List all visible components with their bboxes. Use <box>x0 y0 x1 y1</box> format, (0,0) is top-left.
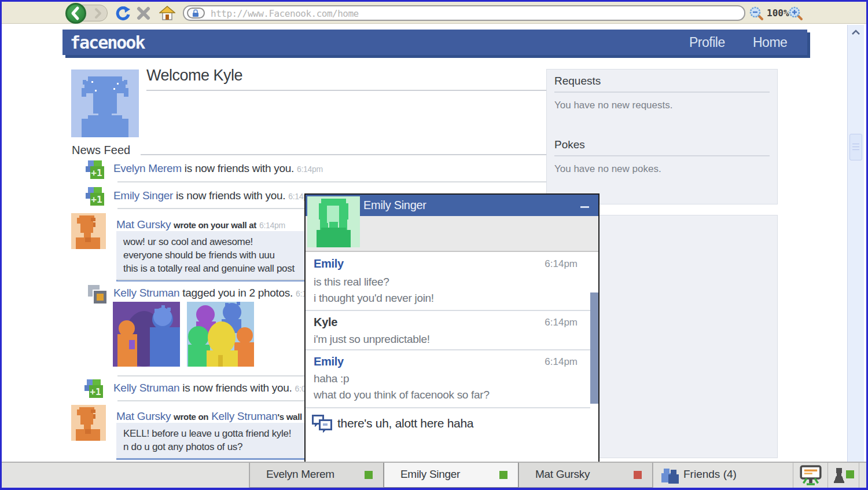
lock-chip <box>187 8 205 19</box>
chat-bubbles-icon <box>311 414 333 433</box>
svg-text:+1: +1 <box>91 167 102 178</box>
whiteboard-monitor-icon <box>799 465 823 487</box>
online-status-dot <box>365 471 373 479</box>
chevron-left-icon <box>67 5 84 22</box>
requests-title: Requests <box>554 75 601 87</box>
message-time: 6:14pm <box>545 356 578 368</box>
message-sender: Emily <box>314 257 344 270</box>
divider <box>141 154 551 155</box>
chat-tab-evelyn[interactable]: Evelyn Merem <box>249 463 384 488</box>
feed-action: is now friends with you. <box>176 189 285 202</box>
divider <box>554 92 770 93</box>
requests-empty-text: You have no new requests. <box>554 100 672 111</box>
chat-partner-avatar <box>307 196 360 247</box>
nav-profile-link[interactable]: Profile <box>689 35 725 50</box>
feed-user-link[interactable]: Mat Gursky <box>116 218 171 231</box>
page-scrollbar[interactable] <box>847 25 864 464</box>
stop-button[interactable] <box>136 6 151 21</box>
divider <box>554 155 770 156</box>
feed-action: is now friends with you. <box>185 162 294 174</box>
zoom-out-button[interactable] <box>749 6 764 21</box>
chevron-right-icon <box>92 8 104 19</box>
address-bar[interactable]: http://www.Facenook.com/home <box>183 5 745 21</box>
feed-item: Kelly Struman is now friends with you. 6… <box>113 382 321 394</box>
scroll-up-arrow-icon[interactable] <box>851 30 860 35</box>
refresh-button[interactable] <box>115 6 130 21</box>
message-line: is this real lifee? <box>314 276 389 288</box>
chat-tab-label: Emily Singer <box>400 468 460 481</box>
tagged-photo-1[interactable] <box>113 302 180 367</box>
home-button[interactable] <box>159 6 174 21</box>
my-status-button[interactable] <box>828 463 859 488</box>
chat-tab-mat[interactable]: Mat Gursky <box>518 463 653 488</box>
feed-item: Mat Gursky wrote on Kelly Struman's wall… <box>116 410 312 423</box>
feed-user-link[interactable]: Kelly Struman <box>211 410 277 422</box>
page-scrollbar-thumb[interactable] <box>849 134 862 160</box>
magnifier-minus-icon <box>749 6 764 21</box>
forward-button[interactable] <box>92 8 104 19</box>
feed-action: wrote on <box>174 412 208 422</box>
chat-bar-spacer <box>2 463 249 488</box>
chat-scrollbar-thumb[interactable] <box>590 292 598 404</box>
message-sender: Kyle <box>314 316 337 329</box>
message-time: 6:14pm <box>545 258 578 270</box>
chat-typed-text[interactable]: there's uh, alott here haha <box>337 416 473 430</box>
friend-added-icon: +1 <box>84 159 105 180</box>
message-line: i'm just so unpredictable! <box>314 333 430 346</box>
webpage: facenook Profile Home Welcome Kyle News … <box>2 24 866 464</box>
feed-user-link[interactable]: Emily Singer <box>113 189 173 202</box>
nav-home-link[interactable]: Home <box>753 35 787 50</box>
person-icon <box>833 467 845 484</box>
feed-time: 6:14pm <box>297 164 323 174</box>
chat-message: Emily 6:14pm is this real lifee? i thoug… <box>306 253 590 311</box>
feed-user-link[interactable]: Mat Gursky <box>116 410 171 422</box>
chat-input-area[interactable]: there's uh, alott here haha <box>306 408 590 462</box>
chat-tab-label: Evelyn Merem <box>266 468 334 481</box>
photos-icon <box>86 284 108 305</box>
games-button[interactable] <box>793 463 828 488</box>
chat-tab-label: Mat Gursky <box>535 468 590 481</box>
site-logo[interactable]: facenook <box>70 32 145 53</box>
url-text[interactable]: http://www.Facenook.com/home <box>211 8 359 19</box>
svg-text:+1: +1 <box>90 386 101 397</box>
message-line: what do you think of facenook so far? <box>314 389 490 401</box>
feed-action: is now friends with you. <box>182 382 292 394</box>
feed-action: wrote on your wall at <box>174 220 256 230</box>
busy-status-dot <box>634 471 642 479</box>
site-header: facenook Profile Home <box>62 30 807 55</box>
friends-label: Friends (4) <box>683 468 737 481</box>
feed-user-link[interactable]: Kelly Struman <box>113 287 179 299</box>
friends-list-button[interactable]: Friends (4) <box>653 463 793 488</box>
friends-icon <box>661 467 680 484</box>
user-avatar-mat <box>71 405 106 441</box>
message-sender: Emily <box>314 355 344 368</box>
zoom-level: 100% <box>767 8 789 19</box>
tagged-photo-2[interactable] <box>187 302 254 367</box>
browser-window: http://www.Facenook.com/home 100% faceno… <box>0 0 868 490</box>
chat-message: Emily 6:14pm haha :p what do you think o… <box>306 350 590 408</box>
divider <box>146 90 551 91</box>
message-time: 6:14pm <box>545 317 578 328</box>
zoom-in-button[interactable] <box>789 6 803 21</box>
feed-action: tagged you in 2 photos. <box>182 287 293 299</box>
feed-user-link[interactable]: Evelyn Merem <box>113 162 182 174</box>
profile-avatar <box>71 70 139 137</box>
divider <box>117 181 551 182</box>
feed-item: Kelly Struman tagged you in 2 photos. 6:… <box>113 287 322 299</box>
chat-message: Kyle 6:14pm i'm just so unpredictable! <box>306 311 590 350</box>
browser-toolbar: http://www.Facenook.com/home 100% <box>2 2 866 24</box>
pokes-title: Pokes <box>554 138 585 151</box>
news-feed-title: News Feed <box>72 144 130 157</box>
feed-item: Emily Singer is now friends with you. 6:… <box>113 189 314 202</box>
minimize-button[interactable] <box>580 206 589 208</box>
page-title: Welcome Kyle <box>146 67 242 85</box>
message-line: haha :p <box>314 372 349 385</box>
back-button[interactable] <box>65 3 86 24</box>
lock-icon <box>192 9 200 17</box>
svg-text:+1: +1 <box>91 194 102 205</box>
feed-item: Evelyn Merem is now friends with you. 6:… <box>113 162 323 175</box>
feed-user-link[interactable]: Kelly Struman <box>113 382 179 394</box>
chat-tab-emily[interactable]: Emily Singer <box>384 463 518 488</box>
magnifier-plus-icon <box>789 6 803 21</box>
feed-time: 6:14pm <box>259 221 285 230</box>
